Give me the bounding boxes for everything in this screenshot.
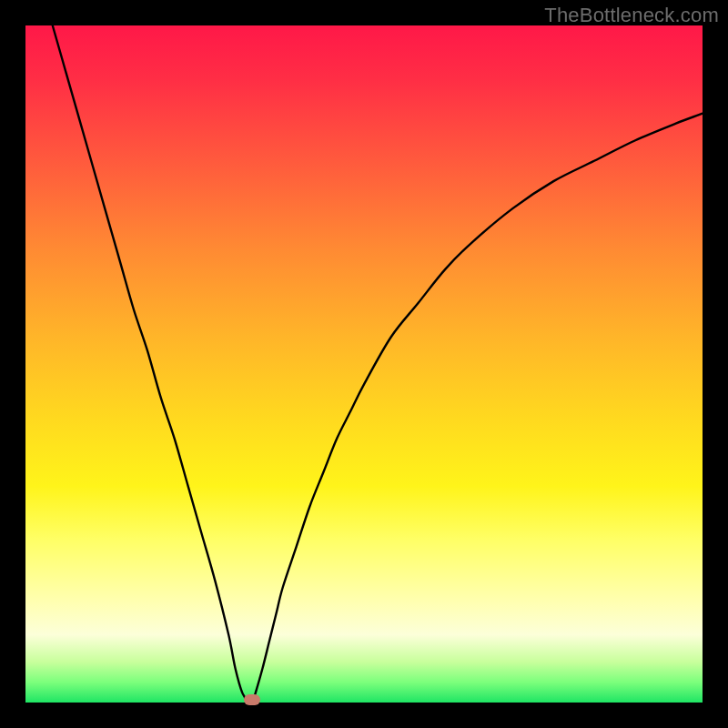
bottleneck-curve (53, 25, 703, 703)
chart-frame: TheBottleneck.com (0, 0, 728, 728)
curve-svg (25, 25, 703, 703)
watermark-text: TheBottleneck.com (544, 4, 719, 27)
plot-area (25, 25, 703, 703)
optimum-marker (244, 694, 260, 705)
